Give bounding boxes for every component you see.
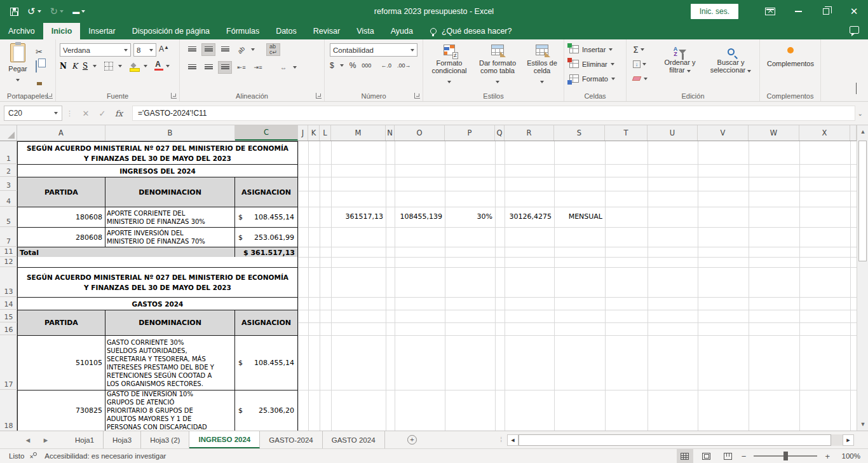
vertical-scroll-thumb[interactable] — [858, 141, 867, 261]
customize-qat-icon[interactable]: ▬ — [72, 8, 85, 15]
cell-denominacion[interactable]: APORTE INVERSIÓN DEL MINISTERIO DE FINAN… — [105, 228, 235, 247]
format-as-table-button[interactable]: Dar formato como tabla — [474, 45, 521, 86]
addins-button[interactable]: Complementos — [760, 47, 821, 67]
col-header-L[interactable]: L — [320, 125, 331, 141]
autosum-button[interactable]: Σ — [633, 45, 644, 55]
align-middle-icon[interactable] — [201, 43, 215, 56]
row-header-7[interactable]: 7 — [0, 227, 17, 247]
orientation-icon[interactable]: ab — [234, 43, 248, 56]
wrap-text-icon[interactable]: abc↵ — [266, 43, 280, 56]
tab-vista[interactable]: Vista — [348, 23, 383, 39]
row-header-16[interactable]: 16 — [0, 322, 17, 335]
borders-caret-icon[interactable] — [118, 65, 122, 67]
zoom-slider[interactable] — [754, 455, 817, 457]
merge-caret-icon[interactable] — [293, 66, 297, 69]
alignment-dialog-launcher[interactable] — [316, 93, 322, 99]
col-header-Q[interactable]: Q — [495, 125, 505, 141]
col-header-W[interactable]: W — [749, 125, 799, 141]
save-icon[interactable] — [10, 8, 18, 16]
sheet-tab-gasto-2024b[interactable]: GASTO 2024 — [323, 431, 385, 448]
cell-M5[interactable]: 361517,13 — [331, 207, 386, 227]
col-header-U[interactable]: U — [648, 125, 698, 141]
cell-R5[interactable]: 30126,4275 — [505, 207, 554, 227]
undo-icon[interactable]: ↺ — [27, 6, 41, 17]
percent-format-button[interactable]: % — [349, 61, 356, 70]
header-denominacion[interactable]: DENOMINACION — [105, 177, 235, 207]
font-dialog-launcher[interactable] — [171, 93, 177, 99]
row-header-5[interactable]: 5 — [0, 207, 17, 227]
decrease-indent-icon[interactable]: ⇤≡ — [234, 61, 248, 74]
tab-inicio[interactable]: Inicio — [43, 23, 81, 39]
col-header-V[interactable]: V — [698, 125, 749, 141]
tell-me-search[interactable]: ¿Qué desea hacer? — [430, 23, 512, 39]
header-partida[interactable]: PARTIDA — [18, 177, 105, 207]
enter-formula-icon[interactable]: ✓ — [94, 106, 111, 121]
select-all-corner[interactable] — [0, 125, 17, 141]
col-header-J[interactable]: J — [298, 125, 308, 141]
currency-format-button[interactable]: $ — [330, 61, 334, 70]
comments-icon[interactable] — [850, 26, 859, 34]
tab-archivo[interactable]: Archivo — [0, 23, 43, 39]
row-header-17[interactable]: 17 — [0, 335, 17, 390]
header-partida[interactable]: PARTIDA — [18, 310, 105, 335]
col-header-C[interactable]: C — [235, 125, 298, 141]
sheet-tab-hoja1[interactable]: Hoja1 — [66, 431, 104, 448]
cell-partida[interactable]: 280608 — [18, 228, 105, 247]
zoom-slider-thumb[interactable] — [783, 452, 788, 460]
cell-O5[interactable]: 108455,139 — [395, 207, 445, 227]
col-header-R[interactable]: R — [505, 125, 554, 141]
view-page-layout-icon[interactable] — [698, 449, 715, 463]
zoom-level[interactable]: 100% — [835, 452, 860, 460]
borders-icon[interactable] — [104, 62, 113, 71]
clipboard-dialog-launcher[interactable] — [47, 93, 53, 99]
align-top-icon[interactable] — [185, 43, 199, 56]
cell-denominacion[interactable]: GASTO DE INVERSION 10% GRUPOS DE ATENCIÓ… — [105, 390, 235, 431]
horizontal-scroll-thumb[interactable] — [519, 434, 831, 446]
cell-partida[interactable]: 510105 — [18, 336, 105, 390]
copy-button[interactable] — [36, 61, 37, 73]
cell-partida[interactable]: 180608 — [18, 207, 105, 227]
cell-denominacion[interactable]: GASTO CORRIENTE 30% SUELDOS AUTORIDADES,… — [105, 336, 235, 390]
cell-asignacion[interactable]: $ 25.306,20 — [235, 390, 297, 431]
sort-filter-button[interactable]: AZ Ordenar y filtrar — [657, 45, 703, 74]
zoom-out-icon[interactable]: − — [742, 452, 747, 461]
increase-font-icon[interactable]: A▲ — [159, 45, 169, 53]
decrease-decimal-icon[interactable]: .00→ — [397, 62, 411, 69]
formula-input[interactable]: ='GASTO-2024'!C11 — [132, 106, 855, 121]
align-center-icon[interactable] — [201, 61, 215, 74]
fill-color-icon[interactable] — [130, 63, 139, 69]
cell-A1-acuerdo[interactable]: SEGÚN ACUERDO MINISTERIAL Nº 027 DEL MIN… — [18, 142, 297, 165]
scroll-down-icon[interactable]: ▼ — [857, 418, 868, 431]
increase-decimal-icon[interactable]: ←.0 — [381, 62, 391, 69]
paste-button[interactable]: Pegar — [5, 43, 31, 84]
cell-total-label[interactable]: Total — [18, 247, 235, 258]
col-header-S[interactable]: S — [554, 125, 605, 141]
cell-S5[interactable]: MENSUAL — [554, 207, 605, 227]
insert-function-icon[interactable]: fx — [111, 106, 127, 121]
cell-asignacion[interactable]: $ 108.455,14 — [235, 336, 297, 390]
underline-button[interactable]: S — [83, 62, 88, 71]
cut-button[interactable]: ✂ — [36, 46, 43, 57]
col-header-K[interactable]: K — [308, 125, 320, 141]
row-header-4[interactable]: 4 — [0, 191, 17, 207]
accessibility-icon[interactable] — [31, 452, 38, 460]
cells-canvas[interactable]: SEGÚN ACUERDO MINISTERIAL Nº 027 DEL MIN… — [17, 141, 857, 431]
col-header-X[interactable]: X — [799, 125, 850, 141]
col-header-O[interactable]: O — [395, 125, 445, 141]
header-denominacion[interactable]: DENOMINACION — [105, 310, 235, 335]
font-size-select[interactable]: 8 — [133, 43, 156, 57]
sheet-tab-ingreso-2024[interactable]: INGRESO 2024 — [189, 431, 260, 448]
cell-total-value[interactable]: $ 361.517,13 — [235, 247, 297, 258]
accessibility-status[interactable]: Accesibilidad: es necesario investigar — [44, 452, 166, 460]
align-right-icon[interactable] — [218, 61, 232, 74]
tab-formulas[interactable]: Fórmulas — [218, 23, 268, 39]
delete-cells-button[interactable]: Eliminar — [569, 60, 614, 68]
sheet-tab-hoja3-2[interactable]: Hoja3 (2) — [141, 431, 189, 448]
find-select-button[interactable]: Buscar y seleccionar — [705, 45, 756, 74]
sheet-nav-left-icon[interactable]: ◄ — [19, 431, 37, 448]
align-bottom-icon[interactable] — [218, 43, 232, 56]
row-header-13[interactable]: 13 — [0, 267, 17, 297]
row-header-14[interactable]: 14 — [0, 297, 17, 310]
minimize-button[interactable] — [784, 0, 812, 23]
tab-datos[interactable]: Datos — [268, 23, 305, 39]
